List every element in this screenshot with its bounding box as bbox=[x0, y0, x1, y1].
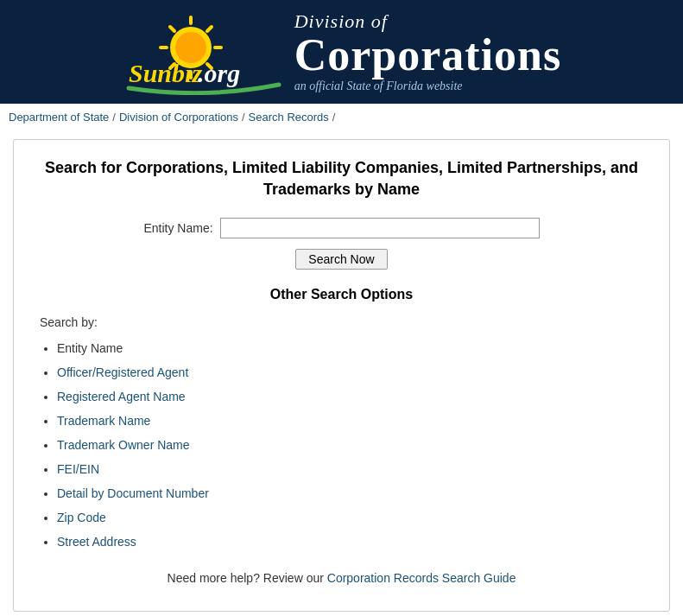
corporations-label: Corporations bbox=[294, 33, 562, 78]
help-text: Need more help? Review our Corporation R… bbox=[31, 571, 652, 585]
zip-code-link[interactable]: Zip Code bbox=[57, 511, 106, 524]
help-text-prefix: Need more help? Review our bbox=[168, 571, 324, 585]
search-now-button[interactable]: Search Now bbox=[295, 249, 387, 270]
sunbiz-logo-svg: Sunbiz .org bbox=[122, 9, 286, 95]
street-address-link[interactable]: Street Address bbox=[57, 535, 136, 549]
main-content: Search for Corporations, Limited Liabili… bbox=[0, 130, 683, 616]
svg-text:Sunbiz: Sunbiz bbox=[129, 59, 202, 87]
entity-name-input[interactable] bbox=[220, 218, 540, 238]
breadcrumb-sep-1: / bbox=[112, 111, 116, 124]
list-item-fei-ein: FEI/EIN bbox=[57, 457, 652, 481]
list-item-officer-reg-agent: Officer/Registered Agent bbox=[57, 360, 652, 384]
header-subtitle: an official State of Florida website bbox=[294, 79, 562, 93]
list-item-entity-name: Entity Name bbox=[57, 336, 652, 360]
trademark-owner-link[interactable]: Trademark Owner Name bbox=[57, 438, 190, 452]
other-search-title: Other Search Options bbox=[31, 287, 652, 302]
search-box: Search for Corporations, Limited Liabili… bbox=[13, 139, 670, 612]
entity-name-label: Entity Name: bbox=[143, 221, 212, 235]
breadcrumb-search-records[interactable]: Search Records bbox=[249, 111, 329, 124]
list-item-reg-agent-name: Registered Agent Name bbox=[57, 384, 652, 409]
breadcrumb: Department of State / Division of Corpor… bbox=[0, 104, 683, 130]
site-header: Sunbiz .org Division of Corporations an … bbox=[0, 0, 683, 104]
officer-reg-agent-link[interactable]: Officer/Registered Agent bbox=[57, 365, 188, 379]
entity-name-static: Entity Name bbox=[57, 341, 123, 355]
svg-line-4 bbox=[170, 27, 174, 31]
search-title: Search for Corporations, Limited Liabili… bbox=[31, 157, 652, 200]
trademark-name-link[interactable]: Trademark Name bbox=[57, 414, 150, 428]
list-item-trademark-name: Trademark Name bbox=[57, 409, 652, 433]
search-options-list: Entity Name Officer/Registered Agent Reg… bbox=[57, 336, 652, 554]
breadcrumb-div-of-corps[interactable]: Division of Corporations bbox=[119, 111, 238, 124]
fei-ein-link[interactable]: FEI/EIN bbox=[57, 462, 99, 476]
svg-line-5 bbox=[207, 27, 212, 31]
reg-agent-name-link[interactable]: Registered Agent Name bbox=[57, 390, 186, 403]
header-title-area: Division of Corporations an official Sta… bbox=[294, 10, 562, 93]
breadcrumb-sep-2: / bbox=[242, 111, 245, 124]
corp-records-guide-link[interactable]: Corporation Records Search Guide bbox=[327, 571, 516, 585]
breadcrumb-sep-3: / bbox=[332, 111, 336, 124]
list-item-trademark-owner: Trademark Owner Name bbox=[57, 433, 652, 457]
list-item-detail-doc-num: Detail by Document Number bbox=[57, 481, 652, 505]
search-by-label: Search by: bbox=[40, 315, 652, 329]
search-now-btn-row: Search Now bbox=[31, 249, 652, 270]
detail-doc-num-link[interactable]: Detail by Document Number bbox=[57, 486, 209, 500]
logo-area: Sunbiz .org Division of Corporations an … bbox=[122, 9, 562, 95]
list-item-street-address: Street Address bbox=[57, 530, 652, 554]
breadcrumb-dept-of-state[interactable]: Department of State bbox=[9, 111, 109, 124]
list-item-zip-code: Zip Code bbox=[57, 505, 652, 530]
entity-name-row: Entity Name: bbox=[31, 218, 652, 238]
svg-text:.org: .org bbox=[198, 59, 240, 87]
